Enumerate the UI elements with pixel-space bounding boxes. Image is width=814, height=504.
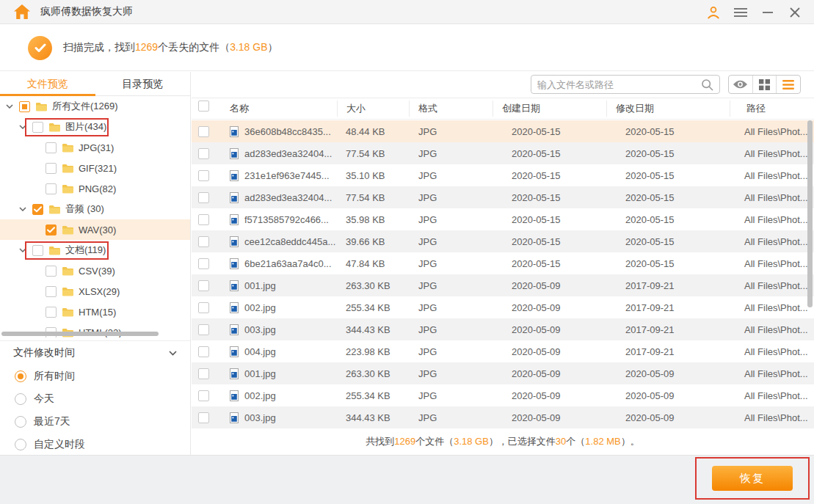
column-header[interactable]: 创建日期: [493, 101, 606, 117]
column-header[interactable]: 名称: [221, 101, 337, 117]
tree-item[interactable]: PNG(82): [0, 178, 190, 199]
row-checkbox[interactable]: [198, 192, 209, 203]
tree-item[interactable]: WAV(30): [0, 219, 190, 240]
column-header[interactable]: 大小: [337, 101, 409, 117]
table-row[interactable]: cee12ca8eddc445a...39.66 KBJPG2020-05-15…: [192, 230, 814, 252]
radio-icon[interactable]: [15, 439, 26, 450]
radio-icon[interactable]: [15, 393, 26, 405]
modified-date: 2017-09-21: [606, 346, 730, 357]
tree-item[interactable]: CSV(39): [0, 260, 190, 281]
table-row[interactable]: 004.jpg223.98 KBJPG2020-05-092017-09-21A…: [192, 340, 814, 362]
recover-button[interactable]: 恢复: [712, 466, 793, 491]
close-icon[interactable]: [788, 5, 802, 20]
file-path: All Files\Phot...: [730, 324, 814, 335]
time-option[interactable]: 最近7天: [0, 410, 190, 433]
table-row[interactable]: 6be21a63aa7a4c0...47.84 KBJPG2020-05-152…: [192, 252, 814, 274]
table-row[interactable]: ad283ed3ea32404...77.54 KBJPG2020-05-152…: [192, 142, 814, 164]
file-format: JPG: [409, 368, 493, 379]
tree-item[interactable]: 所有文件(1269): [0, 96, 190, 117]
file-table: 36e608b48cc8435...48.44 KBJPG2020-05-152…: [192, 120, 814, 428]
row-checkbox[interactable]: [198, 148, 209, 159]
row-checkbox[interactable]: [198, 324, 209, 335]
file-size: 77.54 KB: [337, 192, 409, 203]
tree-horizontal-scrollbar[interactable]: [1, 332, 159, 336]
tree-checkbox[interactable]: [46, 224, 57, 235]
table-row[interactable]: 231e1ef963e7445...35.10 KBJPG2020-05-152…: [192, 164, 814, 186]
tree-item[interactable]: 文档(119): [0, 240, 190, 260]
row-checkbox[interactable]: [198, 390, 209, 401]
chevron-down-icon[interactable]: [19, 248, 32, 252]
tree-item[interactable]: HTM(15): [0, 302, 190, 322]
table-row[interactable]: 003.jpg344.43 KBJPG2020-05-092017-09-21A…: [192, 318, 814, 340]
time-option[interactable]: 所有时间: [0, 365, 190, 387]
tree-item[interactable]: GIF(321): [0, 158, 190, 178]
select-all-checkbox[interactable]: [198, 101, 209, 112]
row-checkbox[interactable]: [198, 368, 209, 379]
tree-checkbox[interactable]: [46, 307, 57, 318]
tree-item[interactable]: JPG(31): [0, 137, 190, 158]
file-size: 48.44 KB: [337, 126, 409, 137]
user-account-icon[interactable]: [706, 5, 721, 20]
time-option[interactable]: 自定义时段: [0, 433, 190, 456]
column-header[interactable]: 格式: [409, 101, 493, 117]
table-row[interactable]: 002.jpg255.34 KBJPG2020-05-092020-05-09A…: [192, 384, 814, 406]
tree-checkbox[interactable]: [46, 183, 57, 194]
table-row[interactable]: 001.jpg263.30 KBJPG2020-05-092017-09-21A…: [192, 274, 814, 296]
list-view-button[interactable]: [776, 76, 800, 93]
row-checkbox[interactable]: [198, 280, 209, 291]
tab-directory-preview[interactable]: 目录预览: [95, 72, 191, 95]
row-checkbox[interactable]: [198, 412, 209, 423]
tree-checkbox[interactable]: [46, 266, 57, 277]
tree-checkbox[interactable]: [32, 204, 43, 215]
radio-icon[interactable]: [15, 370, 26, 382]
search-input[interactable]: [537, 79, 701, 90]
file-name-cell: 003.jpg: [221, 324, 337, 335]
chevron-down-icon[interactable]: [19, 125, 32, 129]
tree-checkbox[interactable]: [46, 286, 57, 297]
row-checkbox[interactable]: [198, 346, 209, 357]
menu-icon[interactable]: [733, 5, 748, 20]
table-row[interactable]: ad283ed3ea32404...77.54 KBJPG2020-05-152…: [192, 186, 814, 208]
tree-item[interactable]: XLSX(29): [0, 281, 190, 302]
time-option[interactable]: 今天: [0, 387, 190, 410]
chevron-down-icon[interactable]: [6, 104, 19, 109]
row-checkbox-cell: [192, 148, 221, 159]
table-row[interactable]: 002.jpg255.34 KBJPG2020-05-092017-09-21A…: [192, 296, 814, 318]
row-checkbox[interactable]: [198, 302, 209, 313]
minimize-icon[interactable]: [760, 5, 775, 20]
text-segment: ）: [268, 41, 278, 53]
file-name-cell: 001.jpg: [221, 368, 337, 379]
tree-checkbox[interactable]: [19, 101, 30, 112]
column-header[interactable]: 修改日期: [606, 101, 730, 117]
radio-label: 自定义时段: [34, 438, 85, 451]
row-checkbox[interactable]: [198, 258, 209, 269]
row-checkbox[interactable]: [198, 236, 209, 247]
table-vertical-scrollbar[interactable]: [807, 120, 813, 307]
file-format: JPG: [409, 324, 493, 335]
tree-item[interactable]: 音频 (30): [0, 199, 190, 219]
time-filter-header[interactable]: 文件修改时间: [0, 341, 190, 365]
table-row[interactable]: 36e608b48cc8435...48.44 KBJPG2020-05-152…: [192, 120, 814, 142]
radio-label: 最近7天: [34, 415, 70, 428]
row-checkbox[interactable]: [198, 170, 209, 181]
table-row[interactable]: f5713585792c466...35.98 KBJPG2020-05-152…: [192, 208, 814, 230]
image-file-icon: [230, 170, 239, 181]
home-icon[interactable]: [13, 4, 31, 20]
tree-checkbox[interactable]: [32, 245, 43, 256]
tree-checkbox[interactable]: [32, 122, 43, 133]
chevron-down-icon[interactable]: [19, 207, 32, 211]
search-icon[interactable]: [701, 78, 713, 91]
row-checkbox[interactable]: [198, 126, 209, 137]
column-header[interactable]: 路径: [730, 101, 814, 117]
eye-view-button[interactable]: [729, 76, 752, 93]
table-row[interactable]: 001.jpg263.30 KBJPG2020-05-092020-05-09A…: [192, 362, 814, 384]
tab-file-preview[interactable]: 文件预览: [0, 72, 95, 95]
radio-icon[interactable]: [15, 416, 26, 428]
created-date: 2020-05-15: [493, 126, 606, 137]
tree-item[interactable]: 图片(434): [0, 117, 190, 137]
row-checkbox[interactable]: [198, 214, 209, 225]
grid-view-button[interactable]: [752, 76, 777, 93]
tree-checkbox[interactable]: [46, 142, 57, 153]
tree-checkbox[interactable]: [46, 163, 57, 174]
table-row[interactable]: 003.jpg344.43 KBJPG2020-05-092020-05-09A…: [192, 406, 814, 428]
